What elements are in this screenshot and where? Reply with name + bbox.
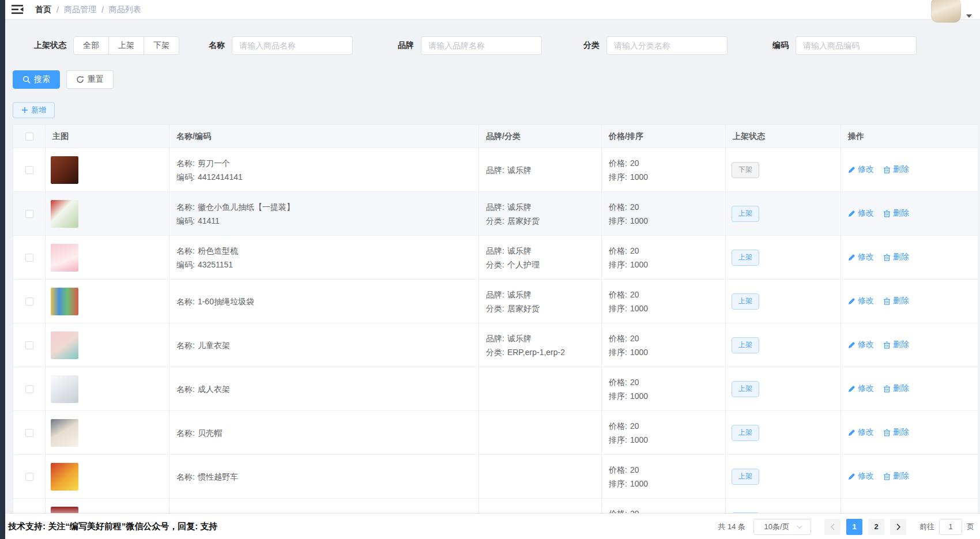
filter-status-group: 上架状态 全部 上架 下架 (34, 36, 179, 55)
edit-pencil-icon (848, 473, 855, 480)
column-header-name-code: 名称/编码 (169, 125, 479, 148)
filter-category-group: 分类 (583, 36, 728, 55)
edit-button[interactable]: 修改 (848, 164, 874, 175)
delete-button[interactable]: 删除 (883, 252, 909, 262)
product-image[interactable] (51, 200, 78, 228)
search-icon (22, 76, 31, 84)
row-checkbox[interactable] (25, 254, 33, 262)
table-row: 名称:贝壳帽 编码: 品牌: 分类: 价格:20 排序:1000 上架 修改 (13, 411, 978, 455)
page-size-select[interactable]: 10条/页 (753, 519, 811, 535)
delete-trash-icon (883, 341, 891, 349)
product-image[interactable] (51, 156, 78, 184)
delete-button[interactable]: 删除 (883, 208, 909, 218)
caret-down-icon (966, 14, 972, 18)
edit-button[interactable]: 修改 (848, 471, 874, 481)
prev-page-button[interactable] (824, 519, 840, 535)
select-all-checkbox[interactable] (25, 133, 33, 141)
product-image[interactable] (51, 463, 78, 491)
name-filter-input[interactable] (232, 36, 353, 55)
row-checkbox[interactable] (25, 297, 33, 306)
page-button-2[interactable]: 2 (868, 519, 884, 535)
edit-button[interactable]: 修改 (848, 383, 874, 394)
status-toggle-button[interactable]: 下架 (732, 162, 759, 178)
product-image[interactable] (51, 244, 78, 272)
name-filter-label: 名称 (209, 40, 225, 51)
row-checkbox[interactable] (25, 385, 33, 393)
status-toggle-button[interactable]: 上架 (732, 381, 759, 397)
edit-button[interactable]: 修改 (848, 296, 874, 306)
row-checkbox[interactable] (25, 341, 33, 349)
edit-button[interactable]: 修改 (848, 252, 874, 262)
category-filter-input[interactable] (606, 36, 728, 55)
delete-button[interactable]: 删除 (883, 296, 909, 306)
table-row: 名称: 编码: 品牌: 分类: 价格:20 排序:1000 上架 修改 (13, 499, 978, 514)
product-image[interactable] (51, 419, 78, 447)
chevron-down-icon (796, 523, 802, 529)
hamburger-fold-icon[interactable] (12, 5, 24, 14)
table-row: 名称:1-60抽绳垃圾袋 编码: 品牌:诚乐牌 分类:居家好货 价格:20 排序… (13, 280, 978, 323)
column-header-price-sort: 价格/排序 (602, 125, 726, 148)
delete-button[interactable]: 删除 (883, 164, 909, 175)
reset-button[interactable]: 重置 (66, 70, 114, 89)
status-option-on[interactable]: 上架 (108, 36, 144, 55)
product-table: 主图 名称/编码 品牌/分类 价格/排序 上架状态 操作 名称:剪刀一个 编码:… (13, 125, 978, 513)
table-row: 名称:惯性越野车 编码: 品牌: 分类: 价格:20 排序:1000 上架 修改 (13, 455, 978, 499)
refresh-icon (76, 76, 84, 84)
row-checkbox[interactable] (25, 473, 33, 481)
row-checkbox[interactable] (25, 166, 33, 174)
next-page-button[interactable] (890, 519, 906, 535)
user-menu[interactable] (931, 0, 972, 23)
page-button-1[interactable]: 1 (846, 519, 862, 535)
filter-brand-group: 品牌 (398, 36, 542, 55)
status-option-off[interactable]: 下架 (144, 36, 179, 55)
goto-page-input[interactable] (939, 519, 962, 535)
delete-trash-icon (883, 473, 891, 480)
delete-button[interactable]: 删除 (883, 427, 909, 438)
table-row: 名称:成人衣架 编码: 品牌: 分类: 价格:20 排序:1000 上架 修改 (13, 367, 978, 411)
status-toggle-button[interactable]: 上架 (732, 206, 759, 222)
search-button[interactable]: 搜索 (13, 70, 60, 89)
code-filter-input[interactable] (796, 36, 917, 55)
delete-trash-icon (883, 297, 891, 305)
delete-button[interactable]: 删除 (883, 383, 909, 394)
breadcrumb: 首页 / 商品管理 / 商品列表 (35, 0, 141, 20)
delete-button[interactable]: 删除 (883, 340, 909, 350)
status-filter-label: 上架状态 (34, 40, 66, 51)
edit-pencil-icon (848, 341, 855, 349)
goto-unit-label: 页 (967, 522, 974, 532)
edit-button[interactable]: 修改 (848, 208, 874, 218)
edit-button[interactable]: 修改 (848, 427, 874, 438)
product-image[interactable] (51, 331, 78, 359)
collapsed-sidebar[interactable] (0, 0, 5, 539)
row-checkbox[interactable] (25, 210, 33, 218)
goto-label: 前往 (919, 522, 934, 532)
edit-pencil-icon (848, 385, 855, 393)
edit-pencil-icon (848, 166, 855, 174)
status-toggle-button[interactable]: 上架 (732, 425, 759, 441)
product-image[interactable] (51, 507, 78, 514)
delete-trash-icon (883, 254, 891, 261)
breadcrumb-separator: / (101, 5, 104, 14)
column-header-actions: 操作 (841, 125, 978, 148)
product-image[interactable] (51, 375, 78, 403)
total-count: 共 14 条 (718, 522, 745, 532)
status-toggle-button[interactable]: 上架 (732, 250, 759, 266)
status-toggle-button[interactable]: 上架 (732, 293, 759, 310)
table-row: 名称:儿童衣架 编码: 品牌:诚乐牌 分类:ERP,erp-1,erp-2 价格… (13, 323, 978, 367)
column-header-status: 上架状态 (726, 125, 841, 148)
table-row: 名称:粉色造型梳 编码:43251151 品牌:诚乐牌 分类:个人护理 价格:2… (13, 236, 978, 280)
status-toggle-button[interactable]: 上架 (732, 337, 759, 353)
edit-pencil-icon (848, 254, 855, 261)
avatar[interactable] (931, 0, 961, 22)
product-image[interactable] (51, 288, 78, 315)
breadcrumb-home-link[interactable]: 首页 (35, 5, 51, 15)
add-button[interactable]: 新增 (13, 102, 55, 118)
edit-pencil-icon (848, 210, 855, 217)
status-option-all[interactable]: 全部 (73, 36, 109, 55)
edit-button[interactable]: 修改 (848, 340, 874, 350)
row-checkbox[interactable] (25, 429, 33, 437)
column-header-brand-category: 品牌/分类 (479, 125, 602, 148)
brand-filter-input[interactable] (421, 36, 542, 55)
delete-button[interactable]: 删除 (883, 471, 909, 481)
status-toggle-button[interactable]: 上架 (732, 469, 759, 485)
